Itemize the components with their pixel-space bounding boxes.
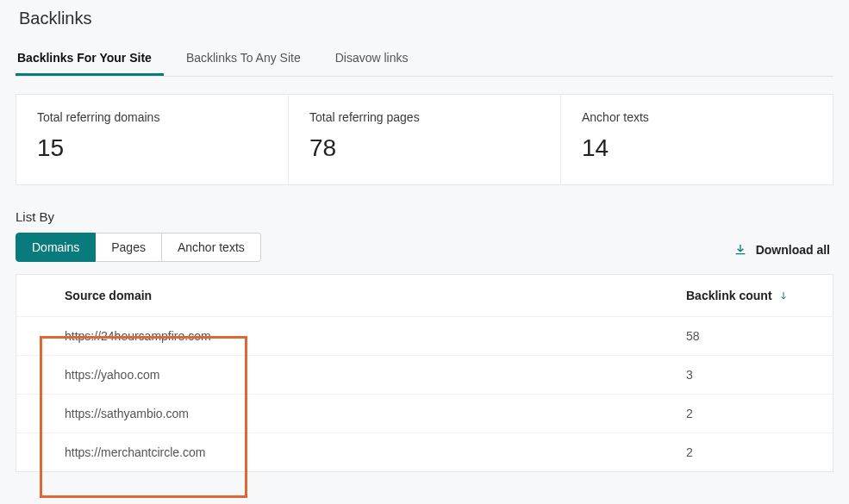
cell-source-domain: https://merchantcircle.com [16, 433, 686, 472]
table-row[interactable]: https://sathyambio.com 2 [16, 395, 833, 433]
cell-source-domain: https://yahoo.com [16, 356, 686, 395]
tabs: Backlinks For Your Site Backlinks To Any… [16, 44, 833, 77]
download-label: Download all [756, 243, 830, 257]
col-backlink-count[interactable]: Backlink count [686, 275, 833, 317]
stat-value: 78 [309, 134, 540, 162]
stats-card: Total referring domains 15 Total referri… [16, 94, 833, 185]
cell-backlink-count: 58 [686, 317, 833, 356]
stat-value: 15 [37, 134, 267, 162]
page-title: Backlinks [19, 9, 833, 28]
listby-btn-pages[interactable]: Pages [96, 233, 162, 262]
listby-btn-anchor-texts[interactable]: Anchor texts [162, 233, 261, 262]
tab-disavow-links[interactable]: Disavow links [334, 44, 421, 76]
tab-backlinks-for-your-site[interactable]: Backlinks For Your Site [16, 44, 164, 76]
stat-referring-pages: Total referring pages 78 [289, 95, 561, 184]
cell-backlink-count: 3 [686, 356, 833, 395]
cell-source-domain: https://sathyambio.com [16, 395, 686, 433]
stat-anchor-texts: Anchor texts 14 [561, 95, 833, 184]
table-row[interactable]: https://yahoo.com 3 [16, 356, 833, 395]
sort-down-icon [778, 289, 789, 302]
stat-value: 14 [582, 134, 812, 162]
stat-referring-domains: Total referring domains 15 [16, 95, 289, 184]
download-all-button[interactable]: Download all [730, 238, 833, 262]
table-row[interactable]: https://merchantcircle.com 2 [16, 433, 833, 472]
col-source-domain[interactable]: Source domain [16, 275, 686, 317]
table-row[interactable]: https://24hourcampfire.com 58 [16, 317, 833, 356]
cell-backlink-count: 2 [686, 433, 833, 472]
cell-source-domain: https://24hourcampfire.com [16, 317, 686, 356]
backlinks-table-card: Source domain Backlink count https://24h… [16, 274, 833, 472]
table-body: https://24hourcampfire.com 58 https://ya… [16, 317, 833, 472]
cell-backlink-count: 2 [686, 395, 833, 433]
stat-label: Total referring domains [37, 110, 267, 124]
backlinks-table: Source domain Backlink count https://24h… [16, 275, 833, 471]
listby-segment: Domains Pages Anchor texts [16, 233, 261, 262]
listby-label: List By [16, 209, 261, 224]
download-icon [734, 243, 747, 257]
stat-label: Total referring pages [309, 110, 540, 124]
tab-backlinks-to-any-site[interactable]: Backlinks To Any Site [184, 44, 313, 76]
col-backlink-count-label: Backlink count [686, 289, 772, 302]
stat-label: Anchor texts [582, 110, 812, 124]
listby-btn-domains[interactable]: Domains [16, 233, 96, 262]
